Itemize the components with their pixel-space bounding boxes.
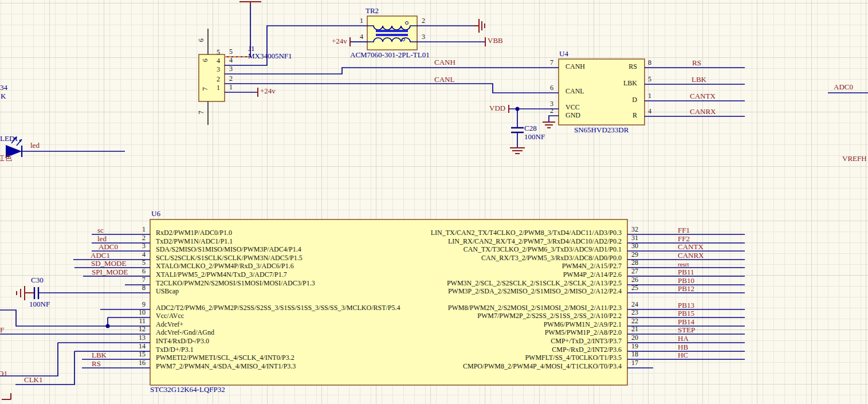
j1-pin-inside: 3 [209, 66, 220, 73]
u4-pin-number: 2 [541, 107, 553, 115]
u6-pin-number: 8 [127, 284, 146, 292]
net-label-ha[interactable]: HA [678, 335, 689, 343]
junction-dot [516, 107, 520, 111]
net-label-step[interactable]: STEP [678, 326, 695, 334]
ground-c28-icon[interactable] [510, 148, 525, 154]
net-label-hc[interactable]: HC [678, 351, 688, 359]
net-label-f-partial[interactable]: F [0, 326, 4, 334]
u6-pin-number: 25 [631, 284, 638, 292]
j1-pin-inside-7: 7 [202, 87, 209, 91]
net-label-lbk[interactable]: LBK [692, 76, 706, 84]
u6-pin-name: LIN_TX/CAN2_TX/T4CLKO_2/PWM8_3/TxD4/ADC1… [424, 229, 622, 237]
net-label-pb11[interactable]: PB11 [678, 268, 694, 276]
designator-c28[interactable]: C28 [524, 124, 537, 132]
u6-pin-number: 15 [127, 351, 146, 358]
u6-pin-number: 30 [631, 242, 638, 250]
net-label-adc1[interactable]: ADC1 [91, 252, 110, 260]
net-label-led[interactable]: led [30, 142, 40, 150]
u6-pin-number: 26 [631, 276, 638, 284]
wire-canh[interactable] [225, 68, 559, 74]
value-c28[interactable]: 100NF [524, 133, 545, 141]
capacitor-c28-symbol[interactable] [511, 128, 524, 132]
power-bar-top-icon[interactable] [239, 2, 261, 5]
net-label-spi-mode[interactable]: SPI_MODE [92, 268, 128, 276]
net-label-pb13[interactable]: PB13 [678, 301, 694, 309]
tr2-pin-1: 1 [351, 17, 363, 25]
power-label-24v-j1[interactable]: +24v [260, 87, 276, 95]
net-label-canrx2[interactable]: CANRX [678, 252, 704, 260]
u4-pin-name: CANH [565, 63, 585, 70]
u4-pin-number: 5 [648, 76, 651, 83]
j1-pin-number: 5 [229, 48, 233, 56]
u6-pin-number: 29 [631, 251, 638, 258]
earth-ground-tr2-icon[interactable] [474, 19, 485, 33]
u6-pin-name: PWM3P_2/SDA_2/S2MISO_2/S1MISO_2/MISO_2/A… [424, 288, 622, 295]
wire-j1-tr2[interactable] [225, 26, 367, 65]
net-label-lbk2[interactable]: LBK [92, 351, 107, 359]
net-label-adc0[interactable]: ADC0 [99, 243, 118, 251]
net-label-pb10[interactable]: PB10 [678, 277, 694, 285]
net-label-hb[interactable]: HB [678, 343, 688, 351]
u6-pin-number: 17 [631, 359, 638, 367]
u4-pin-name: CANL [565, 88, 584, 95]
net-label-rs2[interactable]: RS [92, 360, 101, 368]
designator-c30[interactable]: C30 [31, 276, 44, 284]
net-label-vrefh[interactable]: VREFH [842, 155, 867, 163]
net-label-pb15[interactable]: PB15 [678, 309, 694, 317]
partial-symbol-bottom-left[interactable] [2, 393, 11, 399]
net-label-o1-partial[interactable]: O1 [0, 370, 7, 378]
u6-pin-name: T2CLKO/PWM2N/S2MOSI/S1MOSI/MOSI/ADC3/P1.… [156, 280, 315, 287]
u6-pin-number: 21 [631, 325, 638, 333]
u6-pin-name: SDA/S2MISO/S1MISO/MISO/PWM3P/ADC4/P1.4 [156, 246, 301, 253]
net-label-pb12[interactable]: PB12 [678, 285, 694, 293]
net-label-canl[interactable]: CANL [434, 76, 454, 84]
ground-u4-icon[interactable] [543, 122, 555, 128]
value-c30[interactable]: 100NF [29, 300, 50, 308]
component-body-tr2[interactable] [367, 16, 417, 50]
designator-led1[interactable]: LED1 [0, 135, 18, 143]
designator-u4[interactable]: U4 [559, 50, 568, 58]
wire-u4-gnd[interactable] [549, 116, 559, 121]
u6-pin-number: 4 [127, 251, 146, 258]
u6-pin-name: CAN_RX/T3_2/PWM5_3/RxD3/ADC8/AD0/P0.0 [424, 254, 622, 262]
net-label-rs[interactable]: RS [692, 59, 701, 67]
tr2-pin-3: 3 [422, 33, 425, 41]
u6-pin-name: PWMFLT/SS_4/T0CLKO/T1/P3.5 [424, 354, 622, 362]
u6-pin-number: 23 [631, 309, 638, 316]
net-label-pb14[interactable]: PB14 [678, 318, 694, 326]
net-label-ff2[interactable]: FF2 [678, 235, 690, 243]
power-label-vbb[interactable]: VBB [488, 37, 503, 45]
part-j1[interactable]: MX34005NF1 [248, 52, 292, 60]
part-tr2[interactable]: ACM7060-301-2PL-TL01 [350, 51, 430, 59]
u6-pin-name: XTALI/PWM5_2/PWM4N/TxD_3/ADC7/P1.7 [156, 271, 287, 279]
power-label-24v-tr2[interactable]: +24v [332, 37, 347, 45]
capacitor-c30-symbol[interactable] [34, 287, 38, 299]
net-label-canh[interactable]: CANH [434, 58, 455, 66]
u6-pin-number: 7 [127, 276, 146, 284]
designator-u6[interactable]: U6 [151, 210, 160, 218]
net-label-clk1[interactable]: CLK1 [24, 376, 43, 384]
earth-ground-c30-icon[interactable] [17, 286, 34, 300]
j1-pin-number-7: 7 [198, 111, 205, 114]
part-u6[interactable]: STC32G12K64-LQFP32 [150, 386, 225, 394]
u6-pin-name: RxD2/PWM1P/ADC0/P1.0 [156, 229, 232, 237]
j1-pin-inside: 5 [209, 49, 220, 56]
net-label-cantx[interactable]: CANTX [690, 92, 716, 100]
net-label-cantx2[interactable]: CANTX [678, 243, 704, 251]
designator-tr2[interactable]: TR2 [366, 7, 379, 15]
power-label-vdd[interactable]: VDD [489, 104, 505, 112]
tr2-pin-4: 4 [351, 33, 363, 41]
u4-pin-name: D [596, 96, 637, 104]
net-label-sc[interactable]: sc [97, 226, 104, 234]
net-label-sd-mode[interactable]: SD_MODE [91, 260, 126, 268]
net-label-resrt[interactable]: resrt [678, 261, 689, 268]
u6-pin-number: 28 [631, 259, 638, 266]
net-label-canrx[interactable]: CANRX [690, 108, 716, 116]
net-label-led2[interactable]: led [97, 235, 107, 243]
wire-24v-top[interactable] [225, 5, 250, 57]
u6-pin-name: SCL/S2SCLK/S1SCLK/SCLK/PWM3N/ADC5/P1.5 [156, 254, 303, 262]
net-label-adc0-right[interactable]: ADC0 [834, 83, 853, 91]
part-u4[interactable]: SN65HVD233DR [574, 126, 629, 134]
u6-pin-name: CMPO/PWM8_2/PWM4P_4/MOSI_4/T1CLKO/T0/P3.… [424, 363, 622, 370]
net-label-ff1[interactable]: FF1 [678, 226, 690, 234]
